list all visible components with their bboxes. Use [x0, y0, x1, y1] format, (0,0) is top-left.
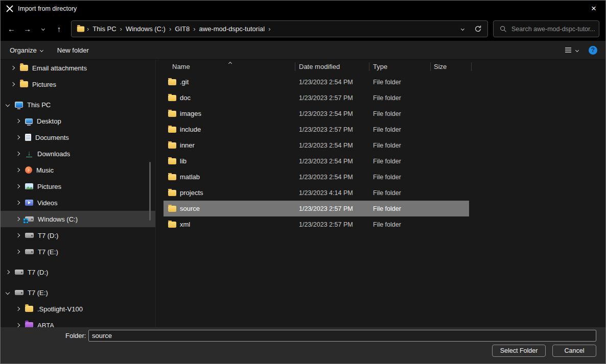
- breadcrumb-item[interactable]: awe-mod-dspc-tutorial: [197, 25, 268, 33]
- file-row-projects[interactable]: projects1/23/2023 4:14 PMFile folder: [164, 185, 469, 201]
- help-button[interactable]: ?: [589, 46, 597, 55]
- app-icon: [6, 5, 14, 13]
- forward-button[interactable]: →: [19, 20, 35, 38]
- expand-toggle[interactable]: [14, 133, 22, 141]
- sidebar-item-downloads[interactable]: Downloads: [1, 145, 155, 162]
- expand-toggle[interactable]: [14, 150, 22, 158]
- file-date: 1/23/2023 2:57 PM: [295, 221, 369, 228]
- main-area: Email attachmentsPicturesThis PCDesktopD…: [1, 60, 605, 327]
- sidebar-item-abta[interactable]: ABTA: [1, 317, 155, 327]
- file-row-include[interactable]: include1/23/2023 2:57 PMFile folder: [164, 122, 469, 137]
- search-input[interactable]: [511, 26, 595, 33]
- sidebar-item-spotlight-v100[interactable]: .Spotlight-V100: [1, 301, 155, 317]
- expand-toggle[interactable]: [4, 288, 12, 297]
- file-row-git[interactable]: .git1/23/2023 2:54 PMFile folder: [164, 74, 469, 90]
- change-view-button[interactable]: [564, 46, 578, 54]
- sidebar-item-this-pc[interactable]: This PC: [1, 96, 155, 113]
- column-separator[interactable]: [430, 62, 431, 71]
- file-name-cell: doc: [164, 94, 295, 102]
- sidebar-item-t7-e[interactable]: T7 (E:): [1, 244, 155, 260]
- expand-toggle[interactable]: [9, 80, 17, 88]
- sidebar-item-t7-d[interactable]: T7 (D:): [1, 227, 155, 244]
- column-header-name-label: Name: [172, 63, 190, 70]
- sidebar-item-windows-c[interactable]: Windows (C:): [1, 211, 155, 227]
- sidebar-item-label: Windows (C:): [38, 215, 78, 223]
- file-date: 1/23/2023 2:54 PM: [295, 110, 369, 117]
- file-row-xml[interactable]: xml1/23/2023 2:57 PMFile folder: [164, 216, 469, 232]
- new-folder-button[interactable]: New folder: [57, 46, 89, 54]
- sidebar-item-music[interactable]: Music: [1, 162, 155, 178]
- column-separator[interactable]: [369, 62, 369, 71]
- folder-icon: [168, 174, 176, 180]
- folder-icon: [168, 111, 176, 117]
- sidebar-item-videos[interactable]: Videos: [1, 195, 155, 211]
- sidebar-item-t7-d[interactable]: T7 (D:): [1, 264, 155, 280]
- file-row-images[interactable]: images1/23/2023 2:54 PMFile folder: [164, 106, 469, 122]
- cancel-button[interactable]: Cancel: [552, 345, 596, 357]
- sidebar-item-t7-e[interactable]: T7 (E:): [1, 284, 155, 301]
- close-button[interactable]: ×: [582, 1, 605, 17]
- file-name: lib: [180, 157, 187, 165]
- column-header-type[interactable]: Type: [369, 60, 430, 74]
- file-date: 1/23/2023 2:54 PM: [295, 79, 369, 86]
- drive-icon: [25, 233, 34, 238]
- recent-locations-button[interactable]: [35, 20, 51, 38]
- file-row-inner[interactable]: inner1/23/2023 2:54 PMFile folder: [164, 137, 469, 153]
- sidebar-item-pictures[interactable]: Pictures: [1, 76, 155, 92]
- column-header-date-modified[interactable]: Date modified: [295, 60, 369, 74]
- file-row-matlab[interactable]: matlab1/23/2023 2:54 PMFile folder: [164, 169, 469, 185]
- file-row-lib[interactable]: lib1/23/2023 2:54 PMFile folder: [164, 153, 469, 169]
- file-type: File folder: [369, 142, 430, 149]
- expand-toggle[interactable]: [14, 166, 22, 174]
- breadcrumb-item[interactable]: Windows (C:): [123, 25, 168, 33]
- expand-toggle[interactable]: [14, 321, 22, 327]
- address-bar[interactable]: › This PC›Windows (C:)›GIT8›awe-mod-dspc…: [71, 20, 488, 37]
- expand-toggle[interactable]: [14, 199, 22, 207]
- file-row-doc[interactable]: doc1/23/2023 2:57 PMFile folder: [164, 90, 469, 106]
- breadcrumb-item[interactable]: This PC: [90, 25, 119, 33]
- file-date: 1/23/2023 2:54 PM: [295, 174, 369, 181]
- select-folder-button[interactable]: Select Folder: [492, 345, 546, 357]
- expand-toggle[interactable]: [14, 117, 22, 125]
- windrive-icon: [25, 216, 34, 222]
- folder-icon: [168, 142, 176, 149]
- expand-toggle[interactable]: [9, 64, 17, 72]
- pictures-icon: [25, 183, 33, 189]
- desktop-icon: [25, 118, 33, 124]
- expand-toggle[interactable]: [14, 182, 22, 190]
- expand-toggle[interactable]: [14, 248, 22, 256]
- expand-toggle[interactable]: [14, 215, 22, 223]
- music-icon: [25, 166, 32, 174]
- sidebar-scrollbar[interactable]: [149, 162, 151, 221]
- chevron-right-icon: [11, 82, 15, 86]
- file-type: File folder: [369, 189, 430, 197]
- doc-icon: [25, 134, 31, 141]
- refresh-button[interactable]: [470, 22, 485, 36]
- expand-toggle[interactable]: [14, 305, 22, 313]
- expand-toggle[interactable]: [4, 101, 12, 109]
- column-separator[interactable]: [295, 62, 295, 71]
- sidebar-item-desktop[interactable]: Desktop: [1, 113, 155, 129]
- address-dropdown-button[interactable]: [455, 22, 470, 36]
- expand-toggle[interactable]: [14, 231, 22, 239]
- back-button[interactable]: ←: [4, 20, 19, 38]
- sidebar-item-email-attachments[interactable]: Email attachments: [1, 60, 155, 76]
- column-header-name[interactable]: Name: [156, 60, 295, 74]
- sidebar-item-documents[interactable]: Documents: [1, 129, 155, 145]
- expand-toggle[interactable]: [4, 268, 12, 276]
- chevron-down-icon: [460, 27, 464, 31]
- organize-button[interactable]: Organize: [10, 46, 43, 54]
- breadcrumb-item[interactable]: GIT8: [172, 25, 192, 33]
- videos-icon: [25, 200, 33, 206]
- file-date: 1/23/2023 2:57 PM: [295, 205, 369, 212]
- file-date: 1/23/2023 2:57 PM: [295, 126, 369, 133]
- column-header-size[interactable]: Size: [430, 60, 471, 74]
- chevron-right-icon: [16, 307, 20, 311]
- file-row-source[interactable]: source1/23/2023 2:57 PMFile folder: [164, 201, 469, 216]
- up-button[interactable]: ↑: [51, 20, 67, 38]
- folder-name-input[interactable]: [88, 330, 596, 342]
- sidebar-item-pictures[interactable]: Pictures: [1, 178, 155, 195]
- sidebar-item-label: Music: [36, 166, 54, 174]
- file-type: File folder: [369, 126, 430, 133]
- column-separator[interactable]: [471, 62, 472, 71]
